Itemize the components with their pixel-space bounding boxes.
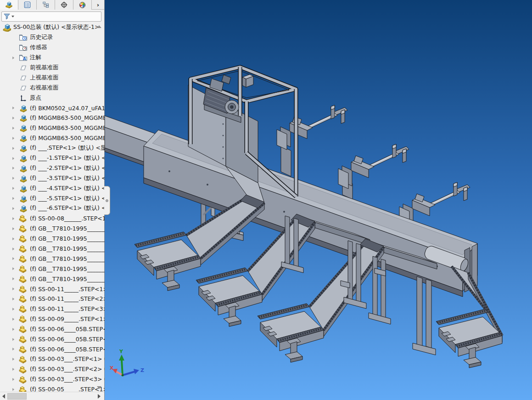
expand-arrow-icon[interactable] [11, 295, 19, 303]
tree-item[interactable]: (f) ___-6.STEP<1> (默认) <显 [0, 203, 105, 214]
tree-item[interactable]: (f) MGGMB63-500_MGGMB [0, 113, 105, 123]
expand-arrow-icon[interactable] [11, 315, 19, 323]
tree-item[interactable]: (f) GB__T7810-1995________ [0, 274, 105, 284]
expand-arrow-icon[interactable] [11, 245, 19, 253]
tree-item[interactable]: (f) SS-00-06____05B.STEP<3 [0, 344, 105, 355]
part-icon [19, 375, 28, 384]
expand-arrow-icon[interactable] [11, 376, 19, 383]
arrow-spacer [11, 34, 19, 41]
expand-arrow-icon[interactable] [11, 305, 19, 313]
filter-funnel-icon[interactable] [3, 13, 11, 20]
part-icon [19, 214, 28, 223]
featuremanager-tree-icon [5, 1, 13, 9]
expand-arrow-icon[interactable] [11, 265, 19, 272]
expand-arrow-icon[interactable] [11, 145, 19, 152]
tree-item[interactable]: (f) SS-00-11_____.STEP<3> ( [0, 304, 105, 314]
triad-z-label: Z [140, 367, 144, 373]
part-icon [19, 224, 28, 233]
tree-item[interactable]: (f) GB__T7810-1995________ [0, 244, 105, 254]
part-icon [19, 355, 28, 364]
tree-item[interactable]: (f) SS-00-03___.STEP<2> (默 [0, 364, 105, 374]
tree-item[interactable]: 原点 [0, 93, 105, 103]
expand-arrow-icon[interactable] [11, 215, 19, 222]
tree-item[interactable]: (f) SS-00-09_____.STEP<1> ( [0, 314, 105, 324]
expand-arrow-icon[interactable] [11, 155, 19, 162]
expand-arrow-icon[interactable] [11, 386, 19, 392]
assembly-icon [2, 23, 11, 32]
tree-item[interactable]: 右视基准面 [0, 83, 105, 93]
tree-item[interactable]: (f) ___.STEP<1> (默认) <显示 [0, 143, 105, 153]
tree-item[interactable]: (f) SS-00-11_____.STEP<1> ( [0, 284, 105, 294]
tree-item-label: (f) SS-00-11_____.STEP<3> ( [30, 305, 105, 312]
expand-arrow-icon[interactable] [11, 54, 19, 62]
tree-item[interactable]: (f) SS-00-03___.STEP<3> (默 [0, 374, 105, 384]
expand-arrow-icon[interactable] [11, 345, 19, 353]
tab-configuration-manager[interactable] [37, 0, 55, 10]
tree-item[interactable]: 注解 [0, 53, 105, 63]
expand-arrow-icon[interactable] [11, 355, 19, 363]
tree-item-label: 上视基准面 [30, 74, 59, 82]
tree-item[interactable]: (f) SS-00-06____05B.STEP<2 [0, 334, 105, 344]
expand-arrow-icon[interactable] [11, 225, 19, 232]
tree-item[interactable]: (f) SS-00-11_____.STEP<2> ( [0, 294, 105, 304]
tree-item[interactable]: (f) GB__T7810-1995________ [0, 254, 105, 264]
scroll-left-arrow[interactable] [2, 394, 5, 399]
tree-item[interactable]: SS-00总装 (默认) <显示状态-1> [0, 23, 105, 33]
expand-arrow-icon[interactable] [11, 195, 19, 202]
part-icon [19, 254, 28, 263]
tree-item[interactable]: (f) SS-00-05_____.STEP<1> (默 [0, 384, 105, 392]
more-tabs-button[interactable]: › [92, 0, 104, 9]
chevron-down-icon[interactable] [11, 15, 15, 18]
expand-arrow-icon[interactable] [11, 185, 19, 192]
expand-arrow-icon[interactable] [11, 275, 19, 282]
expand-arrow-icon[interactable] [11, 336, 19, 343]
expand-arrow-icon[interactable] [11, 164, 19, 172]
tree-item-label: 传感器 [30, 44, 47, 51]
scroll-right-arrow[interactable] [98, 394, 101, 399]
tree-scroll-up-arrow[interactable] [97, 25, 101, 28]
expand-arrow-icon[interactable] [11, 326, 19, 333]
sensor-box[interactable] [242, 74, 253, 87]
expand-arrow-icon[interactable] [11, 205, 19, 212]
filter-input[interactable] [17, 12, 100, 21]
expand-arrow-icon[interactable] [11, 255, 19, 262]
tree-item[interactable]: (f) GB__T7810-1995________ [0, 264, 105, 274]
property-manager-icon [23, 1, 31, 9]
tree-item[interactable]: (f) GB__T7810-1995________ [0, 224, 105, 234]
scrollbar-thumb[interactable] [7, 393, 27, 400]
expand-arrow-icon[interactable] [11, 175, 19, 182]
tree-item[interactable]: 传感器 [0, 43, 105, 53]
tree-item[interactable]: 前视基准面 [0, 63, 105, 73]
tree-item[interactable]: (f) SS-00-03___.STEP<1> (默 [0, 354, 105, 364]
tree-item[interactable]: (f) ___-2.STEP<1> (默认) <显 [0, 163, 105, 173]
tab-property-manager[interactable] [18, 0, 37, 10]
expand-arrow-icon[interactable] [11, 235, 19, 242]
tree-item[interactable]: (f) ___-4.STEP<1> (默认) <显 [0, 183, 105, 193]
expand-arrow-icon[interactable] [11, 135, 19, 142]
tab-display-manager[interactable] [73, 0, 92, 10]
tree-item-label: 前视基准面 [30, 64, 59, 72]
tree-item[interactable]: 上视基准面 [0, 73, 105, 83]
expand-arrow-icon[interactable] [11, 124, 19, 132]
expand-arrow-icon[interactable] [11, 285, 19, 293]
part-icon [19, 244, 28, 253]
tree-item[interactable]: (f) ___-5.STEP<1> (默认) <显 [0, 193, 105, 203]
tree-item[interactable]: (f) GB__T7810-1995________ [0, 234, 105, 244]
part-icon [19, 275, 28, 283]
tree-item[interactable]: (f) ___-3.STEP<1> (默认) <显 [0, 173, 105, 183]
tree-item[interactable]: (f) MGGMB63-500_MGGMB [0, 133, 105, 143]
tree-item[interactable]: (f) SS-00-08______.STEP<1> [0, 214, 105, 224]
tree-item[interactable]: 历史记录 [0, 33, 105, 43]
expand-arrow-icon[interactable] [11, 104, 19, 112]
expand-arrow-icon[interactable] [11, 366, 19, 373]
tree-scroll-down-arrow[interactable] [97, 386, 101, 389]
tree-item[interactable]: (f) BKM0502_u24.07_uFA1_u [0, 103, 105, 113]
tab-featuremanager-tree[interactable] [0, 0, 18, 10]
tree-item[interactable]: (f) MGGMB63-500_MGGMB [0, 123, 105, 133]
tree-item[interactable]: (f) ___-1.STEP<1> (默认) <显 [0, 153, 105, 163]
tree-item[interactable]: (f) SS-00-06____05B.STEP<1 [0, 324, 105, 334]
tab-dimxpert-manager[interactable] [55, 0, 73, 10]
tree-horizontal-scrollbar[interactable] [0, 392, 104, 400]
expand-arrow-icon[interactable] [11, 114, 19, 122]
panel-splitter[interactable] [104, 186, 110, 215]
